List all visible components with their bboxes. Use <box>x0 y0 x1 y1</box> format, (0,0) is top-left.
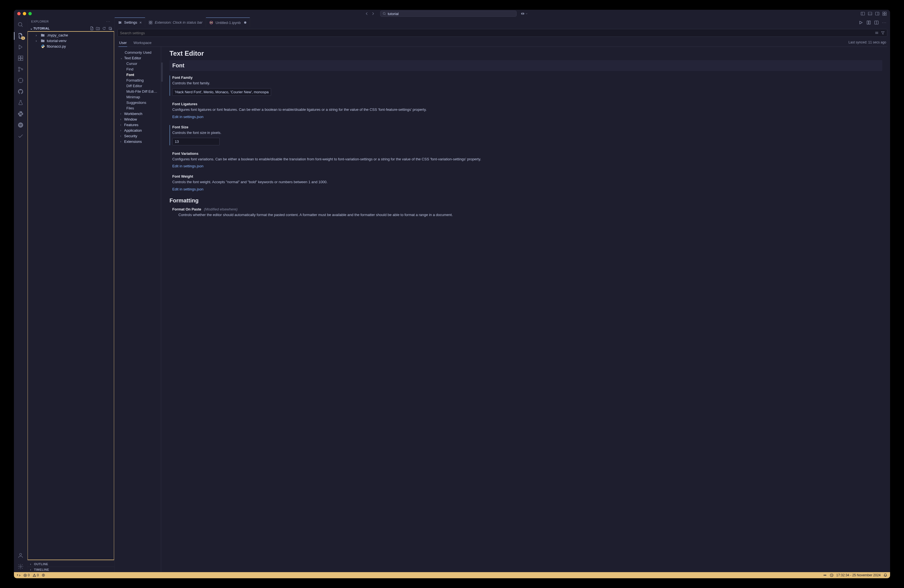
toc-extensions[interactable]: ›Extensions <box>120 139 158 144</box>
edit-settings-json-link[interactable]: Edit in settings.json <box>172 115 204 119</box>
toc-diff[interactable]: Diff Editor <box>120 83 158 89</box>
toc-workbench[interactable]: ›Workbench <box>120 111 158 116</box>
close-window-button[interactable] <box>17 12 21 15</box>
editor-area: Settings × Extension: Clock in status ba… <box>115 17 452 294</box>
tree-item-label: tutorial-venv <box>47 39 66 43</box>
nav-forward-icon[interactable] <box>371 11 375 16</box>
toc-application[interactable]: ›Application <box>120 128 158 133</box>
setting-font-weight: Font Weight Controls the font weight. Ac… <box>169 174 452 191</box>
svg-point-20 <box>18 67 20 68</box>
settings-toc: Commonly Used ⌄Text Editor Cursor Find F… <box>117 47 159 294</box>
command-center[interactable]: tutorial <box>380 11 452 17</box>
activity-bar: 1 <box>14 17 27 294</box>
new-folder-icon[interactable] <box>96 27 100 30</box>
nav-back-icon[interactable] <box>365 11 369 16</box>
font-family-input[interactable] <box>172 88 271 96</box>
activity-github-icon[interactable] <box>14 86 27 97</box>
refresh-icon[interactable] <box>102 27 106 30</box>
settings-content: Text Editor Font Font Family Controls th… <box>163 47 452 294</box>
edit-settings-json-link[interactable]: Edit in settings.json <box>172 164 204 168</box>
activity-target-icon[interactable] <box>14 75 27 86</box>
font-size-input[interactable] <box>172 138 220 145</box>
chevron-right-icon: › <box>36 33 39 37</box>
close-tab-icon[interactable]: × <box>139 21 142 25</box>
setting-format-on-paste: Format On Paste (Modified elsewhere) Con… <box>169 207 452 218</box>
toc-minimap[interactable]: Minimap <box>120 94 158 100</box>
sidebar-more-icon[interactable]: ··· <box>106 20 111 23</box>
toc-suggestions[interactable]: Suggestions <box>120 100 158 105</box>
svg-point-22 <box>21 69 23 70</box>
modified-note: (Modified elsewhere) <box>204 207 238 211</box>
scope-workspace-tab[interactable]: Workspace <box>133 39 152 46</box>
chevron-down-icon: ⌄ <box>120 57 123 60</box>
tab-extension[interactable]: Extension: Clock in status bar <box>145 17 206 27</box>
chevron-right-icon: › <box>120 140 123 143</box>
toc-multidiff[interactable]: Multi-File Diff Edi… <box>120 89 158 94</box>
tab-settings[interactable]: Settings × <box>115 17 145 27</box>
extension-tab-icon <box>149 21 153 24</box>
activity-source-control[interactable] <box>14 64 27 75</box>
setting-font-variations: Font Variations Configures font variatio… <box>169 152 452 168</box>
section-formatting-header: Formatting <box>169 198 452 204</box>
settings-search[interactable] <box>117 29 452 37</box>
folder-section-header[interactable]: ⌄ TUTORIAL <box>27 25 114 32</box>
activity-extensions[interactable] <box>14 53 27 64</box>
activity-run-debug[interactable] <box>14 41 27 53</box>
folder-icon <box>41 33 45 37</box>
explorer-badge: 1 <box>21 36 25 40</box>
activity-spotify-icon[interactable] <box>14 119 27 131</box>
toc-commonly-used[interactable]: Commonly Used <box>120 49 158 55</box>
python-file-icon <box>41 44 45 48</box>
new-file-icon[interactable] <box>90 27 94 30</box>
toc-features[interactable]: ›Features <box>120 122 158 128</box>
command-center-text: tutorial <box>388 12 398 16</box>
activity-search[interactable] <box>14 19 27 30</box>
edit-settings-json-link[interactable]: Edit in settings.json <box>172 187 204 191</box>
maximize-window-button[interactable] <box>28 12 32 15</box>
tree-folder-mypy[interactable]: › .mypy_cache <box>28 32 114 38</box>
activity-testing-icon[interactable] <box>14 97 27 108</box>
tab-notebook[interactable]: Untitled-1.ipynb <box>206 17 250 27</box>
tree-file-fibonacci[interactable]: fibonacci.py <box>28 43 114 49</box>
toc-window[interactable]: ›Window <box>120 116 158 122</box>
toc-cursor[interactable]: Cursor <box>120 61 158 66</box>
toc-text-editor[interactable]: ⌄Text Editor <box>120 55 158 61</box>
app-window: tutorial 1 <box>14 10 452 294</box>
setting-font-ligatures: Font Ligatures Configures font ligatures… <box>169 102 452 119</box>
svg-point-35 <box>210 21 213 24</box>
tab-label: Settings <box>124 21 137 24</box>
toc-font[interactable]: Font <box>120 72 158 77</box>
project-name: TUTORIAL <box>33 27 90 30</box>
search-icon <box>383 12 386 15</box>
settings-search-input[interactable] <box>120 31 452 35</box>
toc-security[interactable]: ›Security <box>120 133 158 139</box>
tree-folder-venv[interactable]: › tutorial-venv <box>28 38 114 43</box>
minimize-window-button[interactable] <box>23 12 26 15</box>
svg-rect-17 <box>21 56 22 58</box>
sidebar-header: EXPLORER ··· <box>27 17 114 25</box>
svg-rect-32 <box>151 21 152 22</box>
section-font-header: Font <box>169 60 452 71</box>
activity-python-icon[interactable] <box>14 108 27 119</box>
chevron-right-icon: › <box>120 118 123 121</box>
toc-formatting[interactable]: Formatting <box>120 77 158 83</box>
svg-point-0 <box>383 13 386 15</box>
tree-item-label: fibonacci.py <box>47 44 66 49</box>
tree-item-label: .mypy_cache <box>47 33 68 37</box>
svg-point-14 <box>18 22 22 26</box>
scope-user-tab[interactable]: User <box>119 39 127 47</box>
toc-files[interactable]: Files <box>120 105 158 111</box>
activity-explorer[interactable]: 1 <box>14 30 27 41</box>
collapse-all-icon[interactable] <box>108 27 112 30</box>
sidebar-title: EXPLORER <box>31 20 49 23</box>
svg-point-29 <box>120 22 121 22</box>
svg-rect-18 <box>18 58 20 60</box>
activity-check-icon[interactable] <box>14 131 27 142</box>
titlebar: tutorial <box>14 10 452 17</box>
svg-rect-33 <box>149 22 150 24</box>
jupyter-tab-icon <box>209 21 213 24</box>
toc-find[interactable]: Find <box>120 66 158 72</box>
svg-rect-34 <box>151 22 152 24</box>
window-controls <box>17 12 32 15</box>
chevron-right-icon: › <box>120 134 123 138</box>
